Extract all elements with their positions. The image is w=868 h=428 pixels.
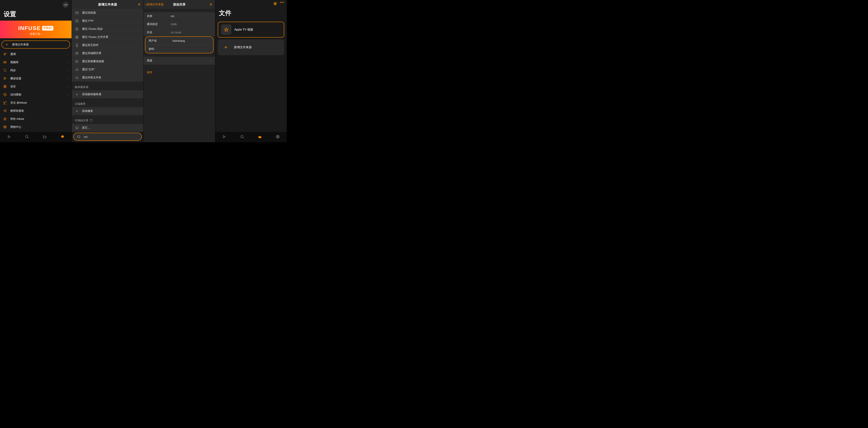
more-icon[interactable]: [280, 2, 284, 6]
svg-point-20: [77, 46, 77, 47]
field-name[interactable]: 名称 m1: [144, 12, 215, 20]
pro-banner[interactable]: INFUSE PRO 查看订阅 ›: [0, 21, 71, 38]
music-share-icon: [75, 35, 79, 39]
chevron-left-icon: ‹: [145, 2, 147, 7]
svg-rect-22: [75, 61, 78, 62]
row-rate[interactable]: 评价 Infuse: [0, 115, 71, 123]
tab-play[interactable]: [222, 135, 226, 140]
add-media-server[interactable]: 添加媒体服务器: [72, 90, 143, 98]
bird-avatar-icon: [63, 2, 69, 8]
src-lan[interactable]: 通过局域网共享: [72, 49, 143, 57]
save-button[interactable]: 保存: [144, 68, 215, 77]
tab-search[interactable]: [25, 135, 29, 140]
sync-icon: [3, 68, 7, 72]
lan-icon: [75, 51, 79, 56]
svg-point-15: [75, 28, 79, 30]
tile-add-source[interactable]: 新增文件来源: [218, 39, 284, 55]
plus-icon: [75, 92, 79, 97]
tile-apple-tv[interactable]: Apple TV 视频: [218, 22, 284, 37]
src-browser[interactable]: 通过浏览器: [72, 9, 143, 17]
share-other[interactable]: 其它…: [72, 124, 143, 132]
row-label: 访问限制: [10, 93, 21, 96]
src-ftp[interactable]: 通过 FTP: [72, 17, 143, 25]
row-general[interactable]: 通用 ›: [0, 50, 71, 58]
section-cloud: 云端服务: [72, 98, 143, 107]
svg-rect-23: [75, 127, 78, 128]
close-icon[interactable]: ✕: [209, 2, 212, 7]
svg-point-18: [77, 37, 78, 38]
chevron-right-icon: ›: [67, 85, 68, 88]
svg-rect-25: [274, 2, 275, 3]
sub-link[interactable]: 查看订阅 ›: [0, 32, 71, 36]
field-address[interactable]: 位址 m1.local: [144, 28, 215, 36]
browser-icon: [75, 11, 79, 15]
row-add-source[interactable]: 新增文件来源: [1, 40, 70, 49]
sliders-icon: [3, 52, 7, 56]
modal-header: 新增文件来源 ✕: [72, 0, 143, 9]
tab-play[interactable]: [7, 135, 11, 140]
music-sync-icon: [75, 27, 79, 31]
field-password[interactable]: 密码: [145, 45, 213, 53]
share-m1[interactable]: m1: [73, 133, 142, 141]
chevron-right-icon: ›: [211, 59, 212, 62]
row-restrictions[interactable]: 访问限制 ›: [0, 91, 71, 99]
row-label: 视频库: [10, 61, 19, 64]
source-list: 通过浏览器 通过 FTP 通过 iTunes 同步 通过 iTunes 文件共享…: [72, 9, 143, 142]
chevron-right-icon: ›: [67, 69, 68, 72]
row-follow[interactable]: 关注 @Infuse: [0, 99, 71, 107]
row-label: 语言: [10, 85, 16, 88]
help-icon: [3, 125, 7, 129]
src-itunes-sync[interactable]: 通过 iTunes 同步: [72, 25, 143, 33]
field-protocol[interactable]: 通讯协定 SMB: [144, 20, 215, 28]
tab-files[interactable]: [43, 135, 47, 140]
row-language[interactable]: 语言 ›: [0, 83, 71, 91]
src-external-folder[interactable]: 通过外部文件夹: [72, 73, 143, 82]
download-icon: [75, 19, 79, 23]
tab-settings[interactable]: [276, 135, 280, 140]
row-label: 通用: [10, 53, 16, 56]
spinner-icon: [90, 119, 93, 122]
src-itunes-share[interactable]: 通过 iTunes 文件共享: [72, 33, 143, 41]
twitter-icon: [3, 101, 7, 105]
phone-icon: [75, 43, 79, 48]
field-advanced[interactable]: 高级 ›: [144, 57, 215, 65]
close-icon[interactable]: ✕: [137, 2, 141, 7]
panel-add-source: 新增文件来源 ✕ 通过浏览器 通过 FTP 通过 iTunes 同步 通过 iT…: [72, 0, 144, 142]
row-sync[interactable]: 同步 ›: [0, 66, 71, 74]
src-other-app[interactable]: 通过其它软件: [72, 41, 143, 49]
cloud-folder-icon: [75, 75, 79, 80]
modal-header: ‹ 新增文件来源 添加共享 ✕: [144, 0, 215, 9]
src-files-app[interactable]: 通过"文件": [72, 65, 143, 73]
svg-point-6: [5, 110, 6, 110]
svg-point-16: [75, 36, 79, 38]
status-area: [0, 0, 71, 9]
page-title: 设置: [0, 9, 71, 21]
section-shares: 可用的共享: [72, 115, 143, 124]
row-library[interactable]: 视频库 ›: [0, 58, 71, 66]
row-share[interactable]: 推荐给朋友: [0, 107, 71, 115]
tab-files[interactable]: [258, 135, 262, 140]
svg-rect-24: [78, 136, 80, 137]
back-button[interactable]: ‹ 新增文件来源: [145, 2, 163, 7]
chevron-right-icon: ›: [67, 61, 68, 64]
row-label: 帮助中心: [10, 125, 21, 129]
chevron-right-icon: ›: [67, 53, 68, 56]
field-username[interactable]: 用户名 huhuhang: [145, 37, 213, 45]
tab-search[interactable]: [240, 135, 244, 140]
add-cloud-service[interactable]: 添加服务: [72, 107, 143, 115]
panel-files: 文件 Apple TV 视频 新增文件来源: [215, 0, 287, 142]
row-help[interactable]: 帮助中心: [0, 123, 71, 131]
url-icon: [75, 59, 79, 64]
src-url[interactable]: 通过直接播放链接: [72, 57, 143, 65]
star-icon: [3, 117, 7, 121]
row-playback[interactable]: 播放设置 ›: [0, 74, 71, 83]
pro-badge: PRO: [42, 26, 53, 31]
tab-bar: [215, 131, 287, 142]
toolbar: [215, 0, 287, 8]
tab-settings[interactable]: [61, 135, 65, 140]
grid-icon[interactable]: [273, 2, 277, 6]
svg-point-8: [4, 126, 6, 128]
section-media: 媒体服务器: [72, 82, 143, 90]
svg-rect-26: [275, 2, 276, 3]
video-library-icon: [3, 60, 7, 64]
